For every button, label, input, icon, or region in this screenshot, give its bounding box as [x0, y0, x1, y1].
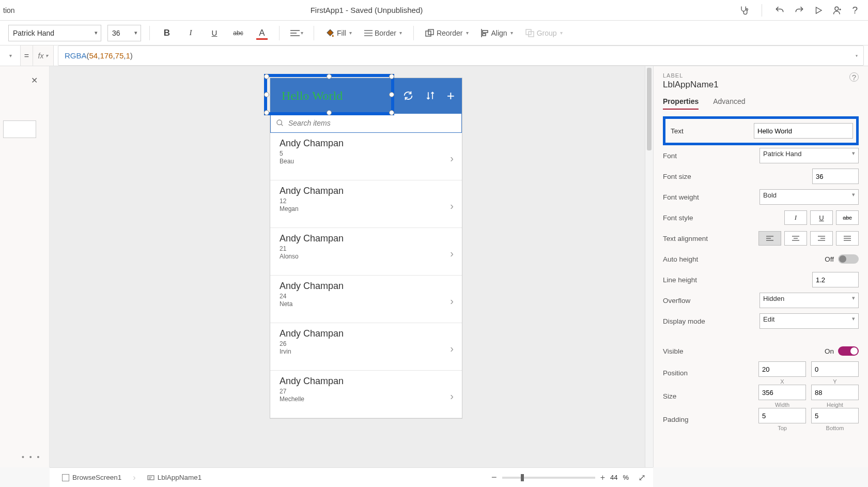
align-dropdown-icon[interactable]: ▾ — [288, 25, 305, 41]
padding-label: Padding — [663, 416, 689, 423]
size-height-input[interactable] — [811, 385, 859, 400]
item-subtitle: 12 — [280, 197, 453, 205]
underline-toggle[interactable]: U — [810, 210, 833, 225]
canvas[interactable]: Hello World + Andy Champan 5 Beau ›Andy … — [50, 66, 653, 467]
search-bar — [270, 113, 462, 133]
chevron-right-icon[interactable]: › — [450, 200, 454, 212]
displaymode-label: Display mode — [663, 317, 705, 325]
property-dropdown[interactable]: ▾ — [0, 45, 21, 66]
redo-icon[interactable] — [794, 5, 804, 16]
chevron-right-icon[interactable]: › — [450, 390, 454, 402]
list-item[interactable]: Andy Champan 21 Alonso › — [270, 228, 462, 276]
breadcrumb-screen[interactable]: BrowseScreen1 — [57, 471, 127, 483]
italic-button[interactable]: I — [182, 25, 199, 41]
font-select[interactable]: Patrick Hand — [760, 148, 859, 163]
list-item[interactable]: Andy Champan 5 Beau › — [270, 133, 462, 180]
align-button[interactable]: Align▾ — [478, 29, 516, 37]
item-title: Andy Champan — [280, 186, 453, 196]
selection-overlay[interactable] — [264, 74, 394, 115]
list-item[interactable]: Andy Champan 26 Irvin › — [270, 323, 462, 371]
align-left-button[interactable] — [758, 231, 781, 246]
undo-icon[interactable] — [774, 5, 785, 16]
textalign-label: Text alignment — [663, 235, 708, 242]
font-color-button[interactable]: A — [253, 25, 271, 41]
italic-toggle[interactable]: I — [784, 210, 807, 225]
align-right-button[interactable] — [810, 231, 833, 246]
chevron-right-icon[interactable]: › — [450, 248, 454, 260]
chevron-right-icon[interactable]: › — [450, 343, 454, 355]
list-item[interactable]: Andy Champan 12 Megan › — [270, 180, 462, 228]
align-center-button[interactable] — [784, 231, 807, 246]
zoom-slider[interactable] — [502, 477, 595, 479]
title-bar: tion FirstApp1 - Saved (Unpublished) ? — [0, 0, 868, 21]
fullscreen-icon[interactable]: ⤢ — [638, 472, 646, 483]
reorder-button[interactable]: Reorder▾ — [422, 29, 472, 37]
list-item[interactable]: Andy Champan 24 Neta › — [270, 276, 462, 323]
breadcrumb-separator: › — [133, 473, 135, 482]
padding-bottom-input[interactable] — [811, 408, 859, 423]
bold-button[interactable]: B — [158, 25, 176, 41]
more-icon[interactable]: • • • — [22, 453, 41, 461]
svg-line-16 — [281, 124, 283, 126]
formula-input[interactable]: RGBA(54, 176, 75, 1) — [58, 45, 864, 66]
position-x-input[interactable] — [758, 361, 806, 377]
list-item[interactable]: Andy Champan 27 Mechelle › — [270, 371, 462, 418]
overflow-select[interactable]: Hidden — [760, 293, 859, 308]
left-pane: ✕ • • • — [0, 66, 50, 467]
displaymode-select[interactable]: Edit — [760, 313, 859, 329]
left-input-box[interactable] — [3, 120, 36, 138]
item-tertiary: Beau — [280, 158, 453, 165]
zoom-value: 44 — [610, 474, 617, 481]
zoom-out-button[interactable]: − — [491, 472, 497, 483]
visible-toggle[interactable]: On — [825, 346, 859, 356]
svg-rect-12 — [483, 34, 486, 36]
svg-point-15 — [277, 120, 282, 125]
close-icon[interactable]: ✕ — [31, 75, 38, 85]
align-icon — [481, 29, 489, 37]
fontstyle-group: I U abc — [784, 210, 859, 225]
size-label: Size — [663, 392, 676, 400]
breadcrumb-control[interactable]: LblAppName1 — [142, 471, 207, 483]
item-subtitle: 21 — [280, 245, 453, 252]
size-width-input[interactable] — [758, 385, 806, 400]
tab-properties[interactable]: Properties — [663, 97, 699, 110]
padding-top-input[interactable] — [758, 408, 806, 423]
play-icon[interactable] — [814, 6, 823, 15]
strikethrough-button[interactable]: abc — [229, 25, 247, 41]
fill-button[interactable]: Fill▾ — [322, 28, 355, 38]
textalign-group — [758, 231, 859, 246]
help-icon[interactable]: ? — [849, 72, 859, 82]
tab-advanced[interactable]: Advanced — [713, 97, 745, 110]
sort-icon[interactable] — [425, 90, 436, 101]
zoom-percent: % — [623, 474, 629, 481]
overflow-label: Overflow — [663, 297, 690, 305]
user-icon[interactable] — [832, 5, 843, 16]
group-button[interactable]: Group▾ — [522, 29, 566, 37]
lineheight-input[interactable] — [812, 272, 859, 287]
fontweight-select[interactable]: Bold — [760, 189, 859, 205]
underline-button[interactable]: U — [206, 25, 223, 41]
border-button[interactable]: Border▾ — [361, 29, 405, 37]
add-icon[interactable]: + — [447, 88, 455, 104]
scrollbar[interactable] — [645, 66, 653, 467]
help-icon[interactable]: ? — [852, 5, 858, 16]
fx-button[interactable]: fx▾ — [33, 45, 54, 66]
stethoscope-icon[interactable] — [739, 5, 749, 16]
font-size-select[interactable]: 36 — [107, 25, 141, 41]
position-y-input[interactable] — [811, 361, 859, 377]
item-title: Andy Champan — [280, 138, 453, 149]
formatting-toolbar: Patrick Hand 36 B I U abc A ▾ Fill▾ Bord… — [0, 21, 868, 45]
autoheight-toggle[interactable]: Off — [825, 254, 859, 264]
align-justify-button[interactable] — [836, 231, 859, 246]
text-input[interactable] — [754, 123, 853, 139]
fontsize-input[interactable] — [812, 169, 859, 184]
font-family-select[interactable]: Patrick Hand — [8, 25, 101, 41]
strike-toggle[interactable]: abc — [836, 210, 859, 225]
item-title: Andy Champan — [280, 328, 453, 339]
zoom-in-button[interactable]: + — [600, 473, 605, 482]
chevron-right-icon[interactable]: › — [450, 153, 454, 164]
item-title: Andy Champan — [280, 281, 453, 292]
refresh-icon[interactable] — [402, 90, 414, 101]
search-input[interactable] — [288, 119, 456, 127]
chevron-right-icon[interactable]: › — [450, 295, 454, 307]
